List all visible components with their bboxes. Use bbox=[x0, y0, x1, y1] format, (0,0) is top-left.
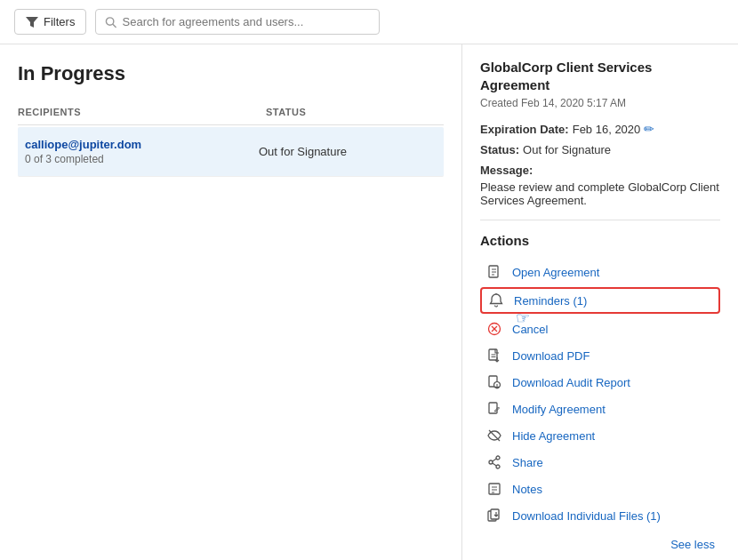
action-download-pdf[interactable]: Download PDF bbox=[480, 342, 720, 369]
svg-rect-16 bbox=[489, 403, 497, 413]
notes-label: Notes bbox=[512, 483, 542, 496]
download-files-label: Download Individual Files (1) bbox=[512, 509, 661, 523]
message-row: Message: Please review and complete Glob… bbox=[480, 164, 720, 207]
action-reminders[interactable]: Reminders (1) ☞ bbox=[480, 287, 720, 314]
status-row: Status: Out for Signature bbox=[480, 143, 720, 156]
left-panel: In Progress RECIPIENTS STATUS calliope@j… bbox=[0, 44, 462, 560]
hide-label: Hide Agreement bbox=[512, 429, 595, 443]
svg-point-19 bbox=[496, 465, 500, 468]
download-pdf-label: Download PDF bbox=[512, 349, 590, 363]
search-bar[interactable] bbox=[95, 9, 380, 35]
svg-rect-28 bbox=[491, 509, 499, 519]
recipient-email: calliope@jupiter.dom bbox=[25, 138, 259, 151]
open-agreement-label: Open Agreement bbox=[512, 266, 599, 279]
action-open-agreement[interactable]: Open Agreement bbox=[480, 259, 720, 285]
right-panel: GlobalCorp Client Services Agreement Cre… bbox=[462, 44, 738, 560]
svg-marker-0 bbox=[26, 17, 38, 28]
col-header-recipients: RECIPIENTS bbox=[18, 107, 266, 117]
status-value: Out for Signature bbox=[523, 143, 611, 156]
filter-button[interactable]: Filters bbox=[14, 9, 86, 35]
action-download-files[interactable]: Download Individual Files (1) bbox=[480, 502, 720, 529]
table-row[interactable]: calliope@jupiter.dom 0 of 3 completed Ou… bbox=[18, 127, 444, 177]
top-bar: Filters bbox=[0, 0, 738, 44]
col-header-status: STATUS bbox=[266, 107, 444, 117]
download-audit-label: Download Audit Report bbox=[512, 376, 630, 389]
cancel-circle-icon bbox=[485, 322, 503, 336]
svg-point-20 bbox=[489, 460, 493, 464]
table-header: RECIPIENTS STATUS bbox=[18, 103, 444, 125]
svg-line-21 bbox=[493, 459, 497, 461]
expiration-label: Expiration Date: bbox=[480, 123, 569, 136]
created-info: Created Feb 14, 2020 5:17 AM bbox=[480, 97, 720, 109]
action-modify[interactable]: Modify Agreement bbox=[480, 396, 720, 422]
pdf-icon bbox=[485, 348, 503, 363]
bell-icon bbox=[487, 293, 505, 308]
recipient-completed: 0 of 3 completed bbox=[25, 153, 259, 165]
search-icon bbox=[105, 16, 116, 28]
divider bbox=[480, 220, 720, 220]
modify-label: Modify Agreement bbox=[512, 403, 606, 416]
status-cell: Out for Signature bbox=[259, 145, 437, 158]
filter-label: Filters bbox=[44, 15, 75, 28]
hide-icon bbox=[485, 428, 503, 443]
share-label: Share bbox=[512, 456, 543, 469]
svg-point-18 bbox=[496, 456, 500, 460]
filter-icon bbox=[26, 16, 38, 28]
status-label: Status: bbox=[480, 143, 519, 156]
action-download-audit[interactable]: Download Audit Report bbox=[480, 369, 720, 396]
agreement-title: GlobalCorp Client Services Agreement bbox=[480, 59, 720, 93]
action-notes[interactable]: Notes bbox=[480, 476, 720, 502]
share-icon bbox=[485, 455, 503, 469]
main-content: In Progress RECIPIENTS STATUS calliope@j… bbox=[0, 44, 738, 560]
see-less-link[interactable]: See less bbox=[480, 529, 720, 556]
reminders-label: Reminders (1) bbox=[514, 294, 587, 308]
recipient-info: calliope@jupiter.dom 0 of 3 completed bbox=[25, 138, 259, 165]
page-title: In Progress bbox=[18, 62, 444, 85]
edit-expiration-icon[interactable]: ✏ bbox=[644, 122, 654, 136]
modify-icon bbox=[485, 402, 503, 416]
svg-line-2 bbox=[113, 24, 116, 27]
message-label: Message: bbox=[480, 164, 533, 177]
expiration-value: Feb 16, 2020 bbox=[573, 123, 641, 136]
doc-icon bbox=[485, 265, 503, 279]
search-input[interactable] bbox=[123, 15, 371, 28]
message-value: Please review and complete GlobalCorp Cl… bbox=[480, 180, 720, 207]
actions-title: Actions bbox=[480, 233, 720, 248]
action-share[interactable]: Share bbox=[480, 449, 720, 476]
files-icon bbox=[485, 508, 503, 523]
notes-icon bbox=[485, 482, 503, 496]
action-cancel[interactable]: Cancel bbox=[480, 316, 720, 342]
audit-icon bbox=[485, 375, 503, 389]
cancel-label: Cancel bbox=[512, 323, 548, 336]
svg-line-22 bbox=[493, 463, 497, 466]
action-hide[interactable]: Hide Agreement bbox=[480, 422, 720, 449]
expiration-row: Expiration Date: Feb 16, 2020 ✏ bbox=[480, 122, 720, 136]
